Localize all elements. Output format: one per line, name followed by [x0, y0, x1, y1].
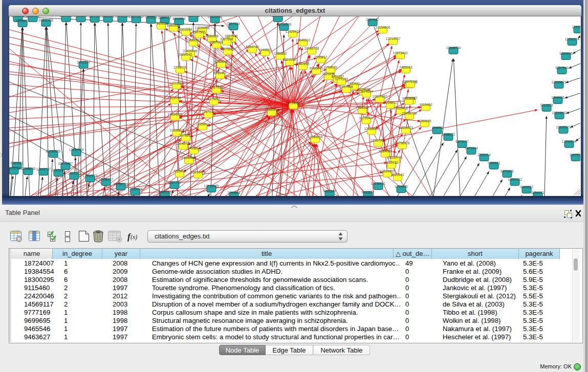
svg-text:9777169: 9777169	[335, 77, 348, 81]
svg-text:3624554: 3624554	[360, 90, 373, 93]
svg-text:9435061: 9435061	[10, 161, 24, 165]
svg-text:1167535: 1167535	[570, 153, 580, 157]
svg-text:12093872: 12093872	[552, 80, 567, 84]
svg-text:8912954: 8912954	[179, 28, 192, 31]
svg-text:164095: 164095	[431, 126, 443, 129]
svg-text:2087682: 2087682	[366, 18, 379, 21]
svg-text:8031441: 8031441	[213, 71, 227, 75]
svg-text:2905135: 2905135	[68, 171, 81, 175]
svg-text:16210643: 16210643	[552, 111, 567, 115]
svg-text:5578352: 5578352	[179, 134, 192, 137]
svg-text:16782759: 16782759	[114, 182, 128, 186]
svg-text:15720407: 15720407	[359, 116, 374, 120]
svg-text:2522541: 2522541	[391, 173, 404, 177]
svg-text:13226058: 13226058	[195, 26, 210, 30]
svg-text:11751074: 11751074	[565, 37, 580, 41]
svg-text:11568296: 11568296	[21, 167, 36, 170]
svg-text:10975867: 10975867	[58, 162, 73, 165]
svg-text:19654923: 19654923	[399, 126, 413, 129]
svg-text:8912954: 8912954	[172, 17, 186, 20]
svg-text:6216011: 6216011	[384, 101, 397, 104]
svg-text:1089695: 1089695	[418, 119, 431, 123]
svg-text:1733426: 1733426	[395, 185, 408, 188]
svg-text:10648784: 10648784	[446, 46, 461, 50]
svg-text:1093821: 1093821	[227, 191, 241, 194]
svg-text:7625402: 7625402	[173, 169, 186, 173]
svg-text:18640910: 18640910	[296, 38, 311, 42]
svg-text:3215955: 3215955	[540, 103, 553, 107]
svg-text:8960128: 8960128	[167, 24, 180, 27]
svg-text:18907249: 18907249	[371, 139, 386, 142]
svg-text:1615132: 1615132	[385, 161, 398, 164]
svg-text:3493822: 3493822	[187, 146, 201, 150]
svg-text:8186328: 8186328	[205, 34, 219, 38]
svg-text:7963822: 7963822	[155, 21, 168, 25]
svg-text:6794028: 6794028	[324, 65, 337, 69]
svg-text:10688609: 10688609	[364, 127, 379, 130]
svg-text:19654985: 19654985	[168, 113, 183, 116]
svg-text:2342156: 2342156	[158, 190, 171, 194]
svg-text:14136141: 14136141	[371, 182, 386, 185]
svg-text:8471676: 8471676	[500, 169, 514, 173]
svg-text:1588520: 1588520	[274, 52, 287, 55]
svg-text:9327505: 9327505	[192, 30, 206, 34]
svg-text:10807487: 10807487	[373, 95, 387, 98]
svg-text:8990445: 8990445	[310, 67, 323, 70]
svg-text:22420046: 22420046	[183, 49, 198, 53]
svg-text:13325419: 13325419	[286, 30, 300, 33]
svg-text:17016504: 17016504	[562, 140, 577, 143]
svg-text:17957273: 17957273	[83, 174, 98, 178]
svg-text:13716485: 13716485	[204, 184, 219, 188]
svg-text:9465546: 9465546	[323, 189, 336, 193]
svg-text:12342737: 12342737	[36, 167, 51, 171]
svg-text:1244415: 1244415	[551, 96, 564, 99]
svg-text:9242848: 9242848	[214, 60, 228, 63]
svg-text:16914479: 16914479	[191, 170, 206, 174]
svg-text:20206526: 20206526	[46, 149, 61, 153]
svg-text:18724007: 18724007	[286, 101, 301, 105]
svg-text:6479197: 6479197	[455, 140, 469, 143]
svg-text:8938923: 8938923	[442, 133, 455, 136]
svg-text:7357224: 7357224	[227, 22, 240, 26]
svg-text:9684067: 9684067	[379, 149, 392, 153]
svg-text:1905573: 1905573	[16, 19, 29, 23]
svg-text:16961758: 16961758	[304, 47, 319, 50]
svg-text:4170041: 4170041	[207, 97, 221, 101]
svg-text:6854121: 6854121	[531, 191, 545, 194]
svg-text:8322037: 8322037	[283, 58, 296, 61]
svg-text:19384554: 19384554	[308, 135, 323, 139]
svg-text:3675685: 3675685	[221, 47, 234, 51]
svg-text:9245652: 9245652	[520, 185, 533, 189]
svg-text:17359924: 17359924	[69, 148, 84, 151]
svg-text:9474444: 9474444	[465, 146, 478, 150]
svg-text:15692971: 15692971	[556, 125, 571, 129]
svg-text:11353594: 11353594	[195, 122, 210, 126]
svg-text:9146821: 9146821	[258, 48, 272, 52]
svg-text:8427552: 8427552	[210, 85, 223, 89]
svg-text:12923448: 12923448	[128, 187, 143, 191]
svg-text:12213957: 12213957	[386, 37, 401, 40]
svg-text:7632621: 7632621	[487, 161, 500, 165]
svg-text:7955812: 7955812	[314, 55, 328, 59]
svg-text:14099489: 14099489	[182, 156, 197, 160]
svg-text:7986322: 7986322	[356, 106, 369, 110]
svg-text:13524851: 13524851	[380, 169, 395, 173]
svg-text:19756928: 19756928	[395, 141, 410, 145]
svg-text:15046766: 15046766	[176, 142, 191, 145]
svg-text:9890145: 9890145	[179, 53, 192, 56]
svg-text:3267130: 3267130	[202, 110, 215, 114]
svg-text:10958127: 10958127	[99, 178, 114, 181]
svg-text:9463628: 9463628	[402, 97, 416, 100]
svg-text:1810755: 1810755	[168, 96, 181, 100]
svg-text:9227343: 9227343	[555, 66, 569, 70]
svg-text:19218506: 19218506	[277, 23, 292, 26]
svg-text:8454749: 8454749	[246, 45, 259, 49]
svg-text:10543362: 10543362	[186, 38, 201, 42]
svg-text:10654112: 10654112	[508, 178, 522, 181]
svg-text:15300273: 15300273	[265, 108, 279, 112]
svg-text:9857791: 9857791	[168, 181, 181, 184]
svg-text:10973493: 10973493	[393, 51, 408, 55]
svg-text:12213363: 12213363	[169, 81, 184, 85]
svg-text:9329996: 9329996	[559, 52, 573, 55]
svg-text:1151724: 1151724	[572, 25, 580, 29]
